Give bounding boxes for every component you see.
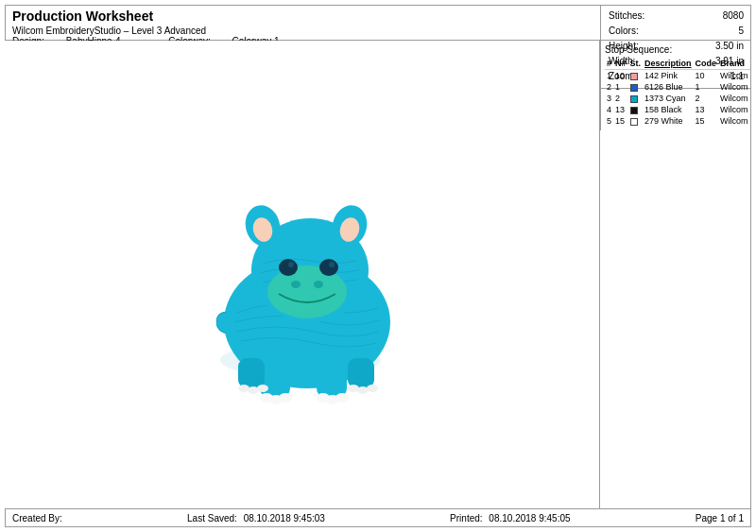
colors-row: Colors: 5 xyxy=(609,24,744,39)
stitches-row: Stitches: 8080 xyxy=(609,9,744,24)
hippo-illustration xyxy=(161,124,444,426)
col-st: St. xyxy=(628,58,644,70)
color-swatch xyxy=(630,73,638,80)
color-swatch xyxy=(630,95,638,103)
table-row: 1 10 142 Pink 10 Wilcom xyxy=(605,70,750,82)
stop-sequence-panel: Stop Sequence: # N# St. Description Code… xyxy=(600,41,751,130)
software-label: Wilcom EmbroideryStudio – Level 3 Advanc… xyxy=(12,26,206,36)
col-num: # xyxy=(605,58,613,70)
printed: Printed: 08.10.2018 9:45:05 xyxy=(450,513,570,523)
col-desc: Description xyxy=(643,58,694,70)
stop-sequence-title: Stop Sequence: xyxy=(605,44,747,55)
svg-point-29 xyxy=(367,385,378,392)
svg-point-9 xyxy=(329,262,335,267)
table-row: 2 1 6126 Blue 1 Wilcom xyxy=(605,81,750,93)
last-saved: Last Saved: 08.10.2018 9:45:03 xyxy=(187,513,325,523)
table-row: 3 2 1373 Cyan 2 Wilcom xyxy=(605,93,750,104)
page-number: Page 1 of 1 xyxy=(696,513,744,523)
col-code: Code xyxy=(694,58,719,70)
svg-point-21 xyxy=(335,393,349,403)
canvas-area xyxy=(5,41,600,508)
svg-point-7 xyxy=(319,259,338,276)
svg-point-5 xyxy=(314,281,323,288)
svg-point-8 xyxy=(288,262,294,267)
color-swatch xyxy=(630,84,638,92)
stop-sequence-table: # N# St. Description Code Brand 1 10 142… xyxy=(605,58,750,127)
footer: Created By: Last Saved: 08.10.2018 9:45:… xyxy=(5,508,751,527)
color-swatch xyxy=(630,107,638,114)
svg-point-17 xyxy=(279,393,292,403)
svg-rect-18 xyxy=(317,365,347,398)
svg-point-6 xyxy=(279,259,298,276)
color-swatch xyxy=(630,118,638,126)
table-row: 4 13 158 Black 13 Wilcom xyxy=(605,104,750,115)
table-row: 5 15 279 White 15 Wilcom xyxy=(605,115,750,127)
svg-rect-22 xyxy=(238,358,265,388)
created-by: Created By: xyxy=(12,513,62,523)
col-n: N# xyxy=(613,58,628,70)
col-brand: Brand xyxy=(718,58,750,70)
svg-rect-26 xyxy=(348,358,374,388)
svg-point-4 xyxy=(291,281,301,288)
svg-point-25 xyxy=(257,385,268,392)
